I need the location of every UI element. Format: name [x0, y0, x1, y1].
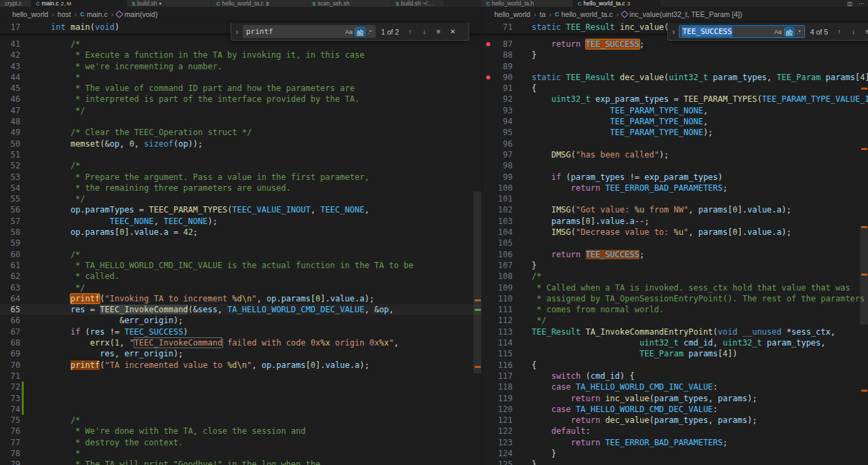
code-line[interactable]: 122 default:: [482, 426, 868, 436]
line-number[interactable]: 69: [0, 348, 20, 359]
code-line[interactable]: 97 DMSG("has been called");: [482, 149, 868, 160]
code-line[interactable]: 60 /*: [0, 249, 481, 260]
scrollbar-slider[interactable]: [473, 191, 481, 373]
code-line[interactable]: 95 TEE_PARAM_TYPE_NONE);: [482, 127, 868, 138]
code-line[interactable]: 125}: [482, 459, 868, 465]
line-number[interactable]: 106: [482, 249, 513, 260]
tab-main-c[interactable]: Cmain.c2, M: [31, 0, 127, 7]
line-number[interactable]: 107: [482, 260, 513, 271]
line-number[interactable]: 102: [482, 204, 513, 215]
line-number[interactable]: 113: [482, 327, 513, 337]
breadcrumb-item-ta[interactable]: ta: [540, 10, 546, 18]
line-number[interactable]: 55: [0, 193, 20, 204]
code-line[interactable]: 123 return TEE_ERROR_BAD_PARAMETERS;: [482, 437, 868, 448]
line-number[interactable]: 110: [482, 293, 513, 304]
line-number[interactable]: 115: [482, 348, 513, 359]
code-line[interactable]: 48: [0, 116, 481, 127]
code-line[interactable]: 66 &err_origin);: [0, 315, 481, 326]
line-number[interactable]: 48: [0, 116, 20, 127]
code-line[interactable]: 93 TEE_PARAM_TYPE_NONE,: [482, 105, 868, 116]
line-number[interactable]: 88: [482, 50, 513, 60]
code-line[interactable]: 107}: [482, 260, 868, 271]
tab-hello-world-ta-c[interactable]: Chello_world_ta.c3: [573, 0, 661, 7]
code-line[interactable]: 111 * comes from normal world.: [482, 304, 868, 315]
line-number[interactable]: 53: [0, 172, 20, 183]
line-number[interactable]: 89: [482, 61, 513, 72]
line-number[interactable]: 120: [482, 404, 513, 415]
code-line[interactable]: 91{: [482, 83, 868, 94]
line-number[interactable]: 62: [0, 271, 20, 282]
line-number[interactable]: 78: [0, 448, 20, 459]
code-line[interactable]: 102 IMSG("Got value: %u from NW", params…: [482, 204, 868, 215]
code-line[interactable]: 43 * we're incrementing a number.: [0, 61, 481, 72]
line-number[interactable]: 93: [482, 105, 513, 116]
code-line[interactable]: 88}: [482, 50, 868, 60]
code-line[interactable]: 54 * the remaining three parameters are …: [0, 183, 481, 193]
line-number[interactable]: 98: [482, 160, 513, 171]
line-number[interactable]: 52: [0, 160, 20, 171]
code-line[interactable]: 69 res, err_origin);: [0, 348, 481, 359]
line-number[interactable]: 74: [0, 404, 20, 415]
code-line[interactable]: 44 *: [0, 72, 481, 83]
breadcrumb-item-hello-world[interactable]: hello_world: [494, 10, 530, 18]
line-number[interactable]: 94: [482, 116, 513, 127]
line-number[interactable]: 111: [482, 304, 513, 315]
code-line[interactable]: 112 */: [482, 315, 868, 326]
line-number[interactable]: 51: [0, 149, 20, 160]
code-line[interactable]: 74: [0, 404, 481, 415]
tab-crypt-c[interactable]: crypt.c: [0, 0, 31, 7]
code-line[interactable]: 68 errx(1, "TEEC_InvokeCommand failed wi…: [0, 337, 481, 348]
tab-scan-ssh-sh[interactable]: $scan_ssh.sh: [308, 0, 391, 7]
find-previous-button[interactable]: ↑: [833, 26, 845, 37]
line-number[interactable]: 57: [0, 216, 20, 227]
line-number[interactable]: 95: [482, 127, 513, 138]
code-line[interactable]: 121 return dec_value(param_types, params…: [482, 415, 868, 426]
line-number[interactable]: 72: [0, 382, 20, 392]
code-line[interactable]: 59: [0, 238, 481, 248]
line-number[interactable]: 50: [0, 138, 20, 149]
code-line[interactable]: 94 TEE_PARAM_TYPE_NONE,: [482, 116, 868, 127]
code-line[interactable]: 120 case TA_HELLO_WORLD_CMD_DEC_VALUE:: [482, 404, 868, 415]
line-number[interactable]: 71: [0, 371, 20, 382]
code-line[interactable]: 49 /* Clear the TEEC_Operation struct */: [0, 127, 481, 138]
code-line[interactable]: 70 printf("TA incremented value to %d\n"…: [0, 360, 481, 371]
line-number[interactable]: 99: [482, 172, 513, 183]
code-line[interactable]: 109 * Called when a TA is invoked. sess_…: [482, 282, 868, 293]
line-number[interactable]: 75: [0, 415, 20, 426]
whole-word-toggle[interactable]: ab: [355, 28, 365, 36]
line-number[interactable]: 103: [482, 216, 513, 227]
line-number[interactable]: 97: [482, 149, 513, 160]
code-line[interactable]: 62 * called.: [0, 271, 481, 282]
line-number[interactable]: 125: [482, 459, 513, 465]
line-number[interactable]: 61: [0, 260, 20, 271]
tab-hello-world-ta-h[interactable]: Chello_world_ta.h: [481, 0, 573, 7]
line-number[interactable]: 70: [0, 360, 20, 371]
find-next-button[interactable]: ↓: [418, 26, 430, 37]
find-replace-toggle-chevron[interactable]: ›: [671, 27, 676, 37]
line-number[interactable]: 124: [482, 448, 513, 459]
code-line[interactable]: 71: [0, 371, 481, 382]
code-line[interactable]: 64 printf("Invoking TA to increment %d\n…: [0, 293, 481, 304]
code-line[interactable]: 45 * The value of command ID part and ho…: [0, 83, 481, 94]
line-number[interactable]: 122: [482, 426, 513, 436]
line-number[interactable]: 45: [0, 83, 20, 94]
code-line[interactable]: 113TEE_Result TA_InvokeCommandEntryPoint…: [482, 327, 868, 337]
tab-hello-world-ta-c[interactable]: Chello_world_ta.c3: [212, 0, 308, 7]
find-replace-toggle-chevron[interactable]: ›: [234, 27, 240, 37]
code-line[interactable]: 50 memset(&op, 0, sizeof(op));: [0, 138, 481, 149]
line-number[interactable]: 47: [0, 105, 20, 116]
line-number[interactable]: 123: [482, 437, 513, 448]
code-line[interactable]: 114 uint32_t cmd_id, uint32_t param_type…: [482, 337, 868, 348]
code-line[interactable]: 105: [482, 238, 868, 248]
find-input[interactable]: TEE_SUCCESS Aa ab .*: [679, 25, 804, 38]
line-number[interactable]: 59: [0, 238, 20, 248]
line-number[interactable]: 109: [482, 282, 513, 293]
line-number[interactable]: 101: [482, 193, 513, 204]
code-line[interactable]: 99 if (param_types != exp_param_types): [482, 172, 868, 183]
code-line[interactable]: 79 * The TA will print "Goodbye!" in the…: [0, 459, 481, 465]
line-number[interactable]: 71: [482, 22, 513, 33]
tab-build-sh[interactable]: $build.sh●: [127, 0, 212, 7]
tab-build-sh[interactable]: $build.sh ~/…: [391, 0, 444, 7]
code-line[interactable]: 96: [482, 138, 868, 149]
breadcrumb-item-main-c[interactable]: Cmain.c: [80, 10, 107, 18]
